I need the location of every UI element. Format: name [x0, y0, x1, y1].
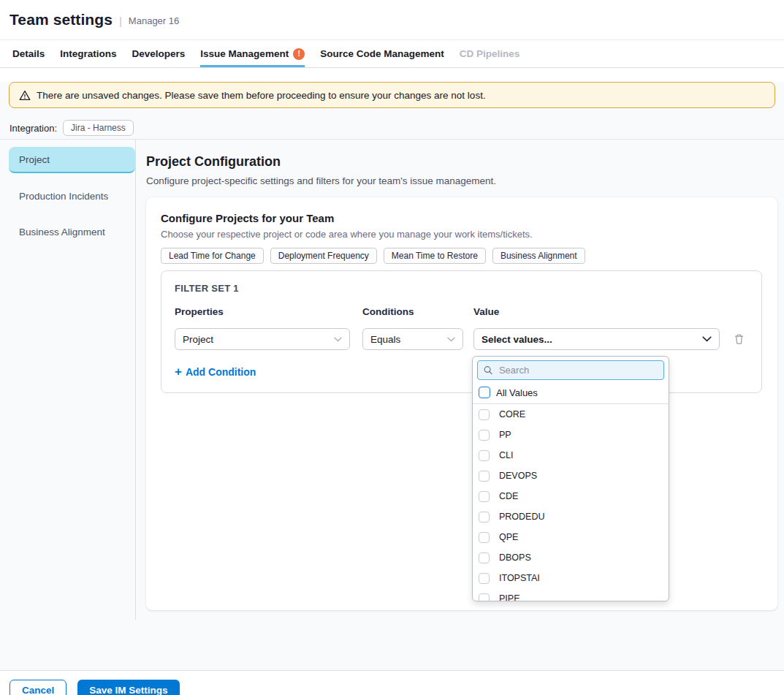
section-title: Project Configuration [146, 154, 784, 170]
value-column-label: Value [473, 306, 720, 317]
option-itopstai[interactable]: ITOPSTAI [473, 568, 669, 588]
properties-select[interactable]: Project [175, 328, 350, 350]
option-checkbox[interactable] [479, 532, 490, 543]
configure-projects-card: Configure Projects for your Team Choose … [146, 197, 777, 610]
option-checkbox[interactable] [479, 450, 490, 461]
properties-column-label: Properties [175, 306, 350, 317]
option-checkbox[interactable] [479, 409, 490, 420]
option-checkbox[interactable] [479, 471, 490, 482]
title-separator: | [119, 13, 122, 27]
unsaved-alert-badge-icon: ! [293, 48, 305, 60]
filter-set-title: FILTER SET 1 [175, 283, 748, 294]
integration-chip[interactable]: Jira - Harness [63, 120, 134, 136]
all-values-label: All Values [496, 387, 538, 398]
banner-text: There are unsaved changes. Please save t… [37, 90, 486, 101]
search-icon [484, 365, 492, 375]
metric-tags: Lead Time for Change Deployment Frequenc… [161, 248, 763, 264]
option-pp[interactable]: PP [473, 425, 669, 445]
option-pipe[interactable]: PIPE [473, 588, 669, 601]
chevron-down-icon [702, 336, 712, 342]
option-cde[interactable]: CDE [473, 486, 669, 506]
integration-row: Integration: Jira - Harness [9, 119, 784, 137]
team-settings-page: Team settings | Manager 16 Details Integ… [0, 0, 784, 695]
tab-source-code-management[interactable]: Source Code Management [320, 40, 444, 67]
sidebar-item-business-alignment[interactable]: Business Alignment [9, 219, 135, 245]
integration-label: Integration: [9, 123, 57, 134]
filter-column-headers: Properties Conditions Value [175, 306, 748, 317]
tag-lead-time-for-change: Lead Time for Change [161, 248, 264, 264]
add-condition-button[interactable]: + Add Condition [175, 365, 256, 378]
unsaved-changes-banner: There are unsaved changes. Please save t… [9, 82, 775, 108]
option-checkbox[interactable] [479, 512, 490, 523]
filter-condition-row: Project Equals Select values... [175, 328, 748, 350]
tab-integrations[interactable]: Integrations [60, 40, 116, 67]
sidebar-item-project[interactable]: Project [9, 147, 135, 173]
section-subtitle: Configure project-specific settings and … [146, 175, 784, 186]
option-checkbox[interactable] [479, 593, 490, 602]
dropdown-search-box [477, 360, 664, 380]
conditions-select[interactable]: Equals [362, 328, 463, 350]
trash-icon [734, 333, 745, 345]
value-select-dropdown: All Values CORE PP CLI DEVOPS CDE PRODED… [472, 356, 669, 601]
tag-business-alignment: Business Alignment [492, 248, 585, 264]
tab-details[interactable]: Details [12, 40, 45, 67]
card-title: Configure Projects for your Team [161, 212, 763, 224]
dropdown-search-wrap [473, 357, 669, 383]
tab-cd-pipelines: CD Pipelines [460, 40, 520, 67]
card-subtitle: Choose your respective project or code a… [161, 229, 763, 240]
sidebar-item-production-incidents[interactable]: Production Incidents [9, 183, 135, 209]
option-dbops[interactable]: DBOPS [473, 547, 669, 568]
option-checkbox[interactable] [479, 552, 490, 563]
delete-condition-button[interactable] [734, 333, 745, 345]
tab-developers[interactable]: Developers [132, 40, 186, 67]
option-checkbox[interactable] [479, 491, 490, 502]
tag-mean-time-to-restore: Mean Time to Restore [384, 248, 486, 264]
dropdown-search-input[interactable] [498, 364, 658, 376]
page-subtitle: Manager 16 [129, 13, 179, 26]
option-core[interactable]: CORE [473, 404, 669, 425]
option-qpe[interactable]: QPE [473, 527, 669, 547]
option-checkbox[interactable] [479, 430, 490, 441]
option-prodedu[interactable]: PRODEDU [473, 506, 669, 527]
page-title: Team settings [9, 11, 113, 29]
option-cli[interactable]: CLI [473, 445, 669, 466]
option-devops[interactable]: DEVOPS [473, 466, 669, 486]
main-panel: Project Configuration Configure project-… [136, 140, 784, 656]
conditions-column-label: Conditions [362, 306, 463, 317]
option-checkbox[interactable] [479, 573, 490, 584]
tab-issue-management[interactable]: Issue Management ! [200, 40, 305, 67]
cancel-button[interactable]: Cancel [9, 680, 66, 695]
chevron-down-icon [447, 337, 455, 342]
filter-set-1: FILTER SET 1 Properties Conditions Value… [161, 270, 762, 393]
save-im-settings-button[interactable]: Save IM Settings [77, 680, 179, 695]
footer-action-bar: Cancel Save IM Settings [0, 670, 784, 695]
plus-icon: + [175, 365, 182, 378]
tag-deployment-frequency: Deployment Frequency [270, 248, 377, 264]
page-header: Team settings | Manager 16 [0, 0, 784, 40]
all-values-checkbox[interactable] [479, 387, 490, 398]
settings-tab-bar: Details Integrations Developers Issue Ma… [0, 40, 784, 68]
select-all-values-row[interactable]: All Values [473, 383, 669, 404]
value-multiselect[interactable]: Select values... [473, 328, 720, 350]
config-sidebar: Project Production Incidents Business Al… [0, 140, 136, 620]
chevron-down-icon [334, 337, 342, 342]
warning-icon [19, 90, 31, 101]
